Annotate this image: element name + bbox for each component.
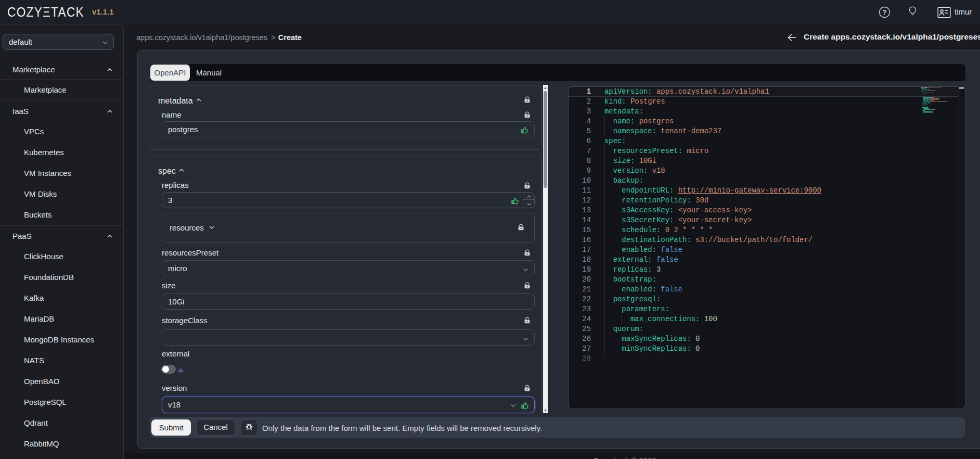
svg-text:?: ? (883, 8, 887, 16)
